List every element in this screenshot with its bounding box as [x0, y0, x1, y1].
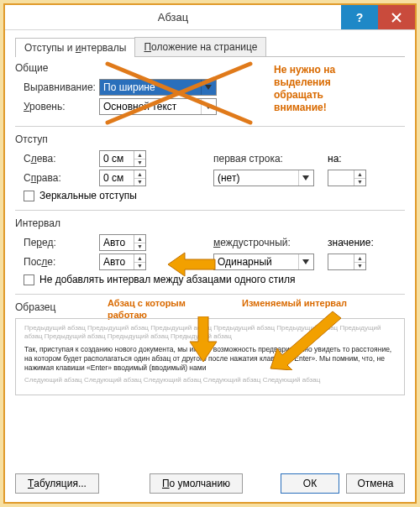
cancel-button[interactable]: Отмена: [346, 473, 405, 494]
section-general: Общие: [15, 62, 405, 74]
spinner-up-icon[interactable]: ▲: [134, 151, 145, 159]
chevron-down-icon: [201, 80, 214, 95]
chevron-down-icon: [298, 254, 312, 269]
indent-by-spinner[interactable]: ▲▼: [328, 170, 366, 186]
tabs-button[interactable]: Табуляция...: [15, 473, 99, 494]
indent-left-label: Слева:: [15, 153, 99, 165]
tab-position[interactable]: Положение на странице: [134, 37, 266, 56]
close-icon: [391, 13, 402, 23]
default-button[interactable]: По умолчанию: [150, 473, 243, 494]
spinner-up-icon[interactable]: ▲: [134, 254, 145, 263]
spinner-down-icon[interactable]: ▼: [354, 179, 365, 186]
dont-add-checkbox[interactable]: [24, 274, 34, 285]
close-button[interactable]: [378, 5, 415, 29]
footer-bar: Табуляция... По умолчанию ОК Отмена: [15, 473, 405, 494]
after-spinner[interactable]: Авто ▲▼: [99, 254, 146, 270]
firstline-label: первая строка:: [213, 153, 306, 165]
linespacing-combo[interactable]: Одинарный: [213, 254, 314, 270]
tab-indents[interactable]: Отступы и интервалы: [15, 38, 135, 57]
mirror-label: Зеркальные отступы: [39, 190, 137, 201]
alignment-label: Выравнивание:: [15, 81, 99, 93]
linespacing-label: междустрочный:: [213, 237, 306, 248]
spinner-down-icon[interactable]: ▼: [134, 263, 145, 270]
indent-right-label: Справа:: [15, 172, 99, 184]
indent-right-spinner[interactable]: 0 см ▲▼: [99, 170, 146, 186]
help-button[interactable]: ?: [341, 5, 378, 29]
mirror-checkbox[interactable]: [24, 191, 34, 201]
section-indent: Отступ: [15, 133, 405, 145]
ok-button[interactable]: ОК: [281, 473, 339, 494]
spinner-down-icon[interactable]: ▼: [354, 263, 365, 270]
level-combo[interactable]: Основной текст: [99, 98, 217, 115]
tab-strip: Отступы и интервалы Положение на страниц…: [15, 37, 405, 57]
spinner-down-icon[interactable]: ▼: [134, 159, 145, 167]
chevron-down-icon: [201, 99, 214, 114]
before-spinner[interactable]: Авто ▲▼: [99, 234, 146, 251]
chevron-down-icon: [298, 170, 312, 186]
spinner-up-icon[interactable]: ▲: [354, 170, 365, 179]
spacing-value-spinner[interactable]: ▲▼: [328, 254, 366, 270]
spinner-up-icon[interactable]: ▲: [354, 254, 365, 263]
section-spacing: Интервал: [15, 217, 405, 229]
dont-add-label: Не добавлять интервал между абзацами одн…: [39, 274, 296, 285]
titlebar: Абзац ?: [5, 5, 415, 30]
spinner-up-icon[interactable]: ▲: [134, 235, 145, 243]
firstline-combo[interactable]: (нет): [213, 170, 314, 186]
indent-by-label: на:: [328, 153, 342, 165]
window-title: Абзац: [5, 11, 341, 24]
sample-preview: Предыдущий абзац Предыдущий абзац Предыд…: [15, 318, 405, 395]
spinner-down-icon[interactable]: ▼: [134, 243, 145, 251]
spacing-value-label: значение:: [328, 237, 374, 248]
level-label: Уровень:: [15, 101, 99, 112]
indent-left-spinner[interactable]: 0 см ▲▼: [99, 150, 146, 167]
alignment-combo[interactable]: По ширине: [99, 79, 217, 96]
after-label: После:: [15, 256, 99, 268]
before-label: Перед:: [15, 237, 99, 248]
section-sample: Образец: [15, 301, 405, 313]
spinner-up-icon[interactable]: ▲: [134, 170, 145, 179]
spinner-down-icon[interactable]: ▼: [134, 179, 145, 186]
